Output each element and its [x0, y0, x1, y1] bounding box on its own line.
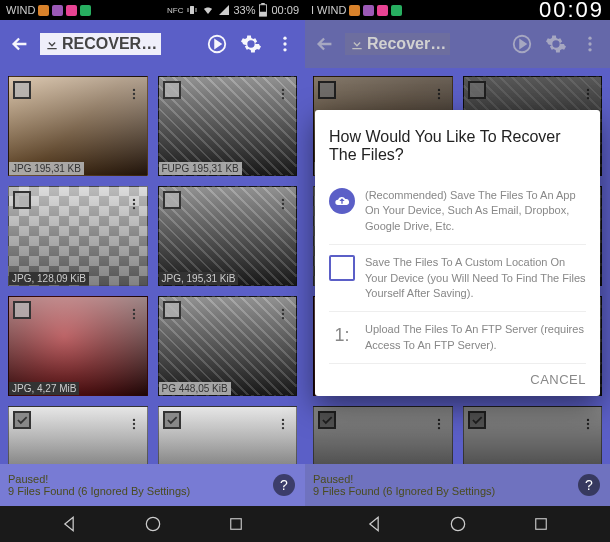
- thumbnail-tile[interactable]: JPG, 4,27 MiB: [8, 296, 148, 396]
- checkbox[interactable]: [163, 191, 181, 209]
- thumbnail-grid[interactable]: JPG 195,31 KBFUPG 195,31 KBJPG, 128,09 K…: [0, 68, 305, 464]
- signal-icon: [218, 4, 230, 16]
- status-footer: Paused! 9 Files Found (6 Ignored By Sett…: [0, 464, 305, 506]
- svg-point-39: [437, 93, 439, 95]
- checkbox: [318, 81, 336, 99]
- dialog-option-ftp[interactable]: 1: Upload The Files To An FTP Server (re…: [329, 312, 586, 364]
- thumbnail-tile[interactable]: JPG 19531 KiB: [8, 406, 148, 464]
- svg-point-40: [437, 97, 439, 99]
- svg-point-38: [437, 89, 439, 91]
- svg-point-19: [282, 207, 284, 209]
- settings-button[interactable]: [542, 30, 570, 58]
- nav-bar: [305, 506, 610, 542]
- checkbox: [468, 81, 486, 99]
- status-paused: Paused!: [313, 473, 602, 485]
- svg-rect-0: [190, 6, 194, 14]
- checkbox[interactable]: [13, 81, 31, 99]
- tile-menu-button[interactable]: [274, 301, 292, 327]
- thumbnail-tile[interactable]: JPG 19531 KiB: [158, 406, 298, 464]
- svg-point-5: [283, 37, 286, 40]
- cancel-button[interactable]: CANCEL: [530, 372, 586, 387]
- number-icon: 1:: [329, 322, 355, 348]
- thumbnail-tile: 19531 KiB: [463, 406, 603, 464]
- folder-icon: [329, 255, 355, 281]
- status-info: 9 Files Found (6 Ignored By Settings): [313, 485, 602, 497]
- svg-rect-63: [536, 519, 547, 530]
- notif-icon: [52, 5, 63, 16]
- file-label: JPG 195,31 KB: [9, 162, 84, 175]
- notif-icon: [38, 5, 49, 16]
- settings-button[interactable]: [237, 30, 265, 58]
- play-button[interactable]: [203, 30, 231, 58]
- tile-menu-button: [430, 411, 448, 437]
- svg-point-11: [282, 89, 284, 91]
- checkbox[interactable]: [13, 411, 31, 429]
- svg-point-14: [132, 199, 134, 201]
- dialog-option-cloud[interactable]: (Recommended) Save The Files To An App O…: [329, 178, 586, 245]
- svg-point-29: [282, 419, 284, 421]
- dialog-option-text: Upload The Files To An FTP Server (requi…: [365, 322, 586, 353]
- svg-point-16: [132, 207, 134, 209]
- help-button[interactable]: ?: [578, 474, 600, 496]
- nfc-icon: NFC: [167, 6, 183, 15]
- checkbox[interactable]: [163, 301, 181, 319]
- tile-menu-button[interactable]: [274, 81, 292, 107]
- tile-menu-button[interactable]: [125, 411, 143, 437]
- thumbnail-tile[interactable]: JPG, 128,09 KiB: [8, 186, 148, 286]
- file-label: PG 448,05 KiB: [159, 382, 231, 395]
- file-label: JPG, 195,31 KiB: [159, 272, 239, 285]
- thumbnail-tile[interactable]: PG 448,05 KiB: [158, 296, 298, 396]
- nav-back-button[interactable]: [360, 510, 388, 538]
- svg-point-25: [282, 317, 284, 319]
- svg-point-22: [132, 317, 134, 319]
- svg-point-28: [132, 427, 134, 429]
- svg-point-9: [132, 93, 134, 95]
- notif-icon: [80, 5, 91, 16]
- svg-point-62: [451, 517, 464, 530]
- help-button[interactable]: ?: [273, 474, 295, 496]
- nav-recent-button[interactable]: [527, 510, 555, 538]
- dialog-title: How Would You Like To Recover The Files?: [329, 128, 586, 164]
- dialog-option-folder[interactable]: Save The Files To A Custom Location On Y…: [329, 245, 586, 312]
- nav-back-button[interactable]: [55, 510, 83, 538]
- thumbnail-tile[interactable]: JPG 195,31 KB: [8, 76, 148, 176]
- play-button[interactable]: [508, 30, 536, 58]
- tile-menu-button[interactable]: [125, 191, 143, 217]
- thumbnail-tile[interactable]: FUPG 195,31 KB: [158, 76, 298, 176]
- svg-point-26: [132, 419, 134, 421]
- thumbnail-tile: 19531: [313, 406, 453, 464]
- recover-title-chip[interactable]: RECOVER…: [40, 33, 161, 55]
- svg-point-17: [282, 199, 284, 201]
- thumbnail-tile[interactable]: JPG, 195,31 KiB: [158, 186, 298, 286]
- svg-point-23: [282, 309, 284, 311]
- overflow-button[interactable]: [271, 30, 299, 58]
- tile-menu-button[interactable]: [125, 301, 143, 327]
- checkbox[interactable]: [163, 81, 181, 99]
- checkbox[interactable]: [13, 301, 31, 319]
- svg-point-30: [282, 423, 284, 425]
- svg-point-20: [132, 309, 134, 311]
- nav-recent-button[interactable]: [222, 510, 250, 538]
- checkbox[interactable]: [163, 411, 181, 429]
- svg-point-61: [587, 427, 589, 429]
- svg-rect-2: [260, 12, 267, 16]
- svg-point-24: [282, 313, 284, 315]
- tile-menu-button[interactable]: [125, 81, 143, 107]
- carrier-label: WIND: [6, 4, 35, 16]
- checkbox[interactable]: [13, 191, 31, 209]
- tile-menu-button[interactable]: [274, 411, 292, 437]
- battery-label: 33%: [233, 4, 255, 16]
- svg-point-41: [587, 89, 589, 91]
- nav-home-button[interactable]: [139, 510, 167, 538]
- back-button[interactable]: [311, 30, 339, 58]
- app-bar: RECOVER…: [0, 20, 305, 68]
- tile-menu-button: [579, 81, 597, 107]
- nav-home-button[interactable]: [444, 510, 472, 538]
- download-icon: [349, 36, 365, 52]
- checkbox: [318, 411, 336, 429]
- tile-menu-button[interactable]: [274, 191, 292, 217]
- status-bar: WIND NFC 33% 00:09: [0, 0, 305, 20]
- overflow-button[interactable]: [576, 30, 604, 58]
- file-label: JPG, 4,27 MiB: [9, 382, 79, 395]
- back-button[interactable]: [6, 30, 34, 58]
